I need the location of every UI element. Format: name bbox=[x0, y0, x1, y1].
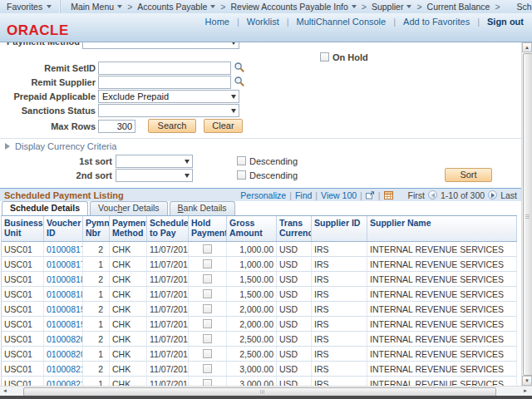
hold-payment-checkbox[interactable] bbox=[203, 334, 212, 343]
scroll-down-arrow[interactable]: ▼ bbox=[522, 376, 532, 386]
table-row: USC01010008191CHK11/07/20142,000.00USDIR… bbox=[2, 317, 517, 332]
breadcrumb-item-supplier[interactable]: Supplier bbox=[372, 2, 412, 12]
find-link[interactable]: Find bbox=[295, 190, 312, 200]
column-header-payment-method: Payment Method bbox=[110, 216, 147, 241]
payment-method-select[interactable] bbox=[82, 42, 239, 49]
first-sort-select[interactable] bbox=[116, 155, 193, 168]
personalize-link[interactable]: Personalize bbox=[240, 190, 286, 200]
on-hold-label: On Hold bbox=[332, 52, 368, 62]
on-hold-checkbox[interactable] bbox=[320, 52, 329, 62]
vertical-scrollbar[interactable]: ▲ ▼ bbox=[521, 42, 532, 386]
cell-scheduled: 11/07/2014 bbox=[147, 302, 189, 316]
download-grid-icon[interactable] bbox=[384, 191, 393, 200]
voucher-id-link[interactable]: 01000820 bbox=[47, 334, 83, 344]
cell-voucher: 01000821 bbox=[44, 377, 83, 386]
display-currency-criteria-expander[interactable]: Display Currency Criteria bbox=[5, 141, 116, 151]
cell-supplier-name: INTERNAL REVENUE SERVICES bbox=[367, 242, 517, 256]
hold-payment-checkbox[interactable] bbox=[203, 304, 212, 313]
view-100-link[interactable]: View 100 bbox=[321, 190, 357, 200]
breadcrumb-separator: > bbox=[362, 2, 367, 12]
voucher-id-link[interactable]: 01000817 bbox=[47, 244, 83, 254]
breadcrumb-item-main-menu[interactable]: Main Menu bbox=[71, 2, 122, 12]
horizontal-scrollbar[interactable]: ◄ ► bbox=[0, 386, 532, 396]
hold-payment-checkbox[interactable] bbox=[203, 364, 212, 373]
grid-header-row: Business UnitVoucher IDPymnt NbrPayment … bbox=[2, 216, 517, 242]
separator: | bbox=[289, 190, 292, 200]
header-link-home[interactable]: Home bbox=[205, 17, 229, 27]
cell-supplier-name: INTERNAL REVENUE SERVICES bbox=[367, 302, 517, 316]
cell-supplier-name: INTERNAL REVENUE SERVICES bbox=[367, 287, 517, 301]
breadcrumb-item-review-accounts-payable-info[interactable]: Review Accounts Payable Info bbox=[230, 2, 356, 12]
clear-button[interactable]: Clear bbox=[204, 119, 243, 133]
breadcrumb: Favorites Main Menu>Accounts Payable>Rev… bbox=[0, 0, 532, 14]
sign-out-link[interactable]: Sign out bbox=[487, 17, 524, 27]
voucher-id-link[interactable]: 01000819 bbox=[47, 319, 83, 329]
header-link-worklist[interactable]: Worklist bbox=[247, 17, 279, 27]
header-link-add-to-favorites[interactable]: Add to Favorites bbox=[403, 17, 470, 27]
hold-payment-checkbox[interactable] bbox=[203, 259, 212, 268]
next-page-icon[interactable] bbox=[488, 190, 497, 200]
second-sort-select[interactable] bbox=[116, 169, 193, 182]
breadcrumb-item-current-balance[interactable]: Current Balance bbox=[427, 2, 490, 12]
hold-payment-checkbox[interactable] bbox=[203, 274, 212, 283]
table-row: USC01010008171CHK11/07/20141,000.00USDIR… bbox=[2, 257, 517, 272]
sanctions-status-select[interactable] bbox=[98, 104, 239, 117]
sort-button[interactable]: Sort bbox=[445, 168, 492, 182]
cell-supplier-id: IRS bbox=[312, 332, 367, 346]
column-header-supplier-id: Supplier ID bbox=[312, 216, 367, 241]
chevron-down-icon bbox=[47, 5, 52, 8]
cell-voucher: 01000820 bbox=[44, 347, 83, 361]
cell-gross: 1,500.00 bbox=[227, 287, 277, 301]
hold-payment-checkbox[interactable] bbox=[203, 289, 212, 298]
breadcrumb-trail: Main Menu>Accounts Payable>Review Accoun… bbox=[61, 2, 532, 12]
scroll-right-arrow[interactable]: ► bbox=[520, 387, 530, 396]
breadcrumb-item-scheduled-payment[interactable]: Scheduled Payment bbox=[517, 2, 532, 12]
last-page-link[interactable]: Last bbox=[500, 190, 517, 200]
hold-payment-checkbox[interactable] bbox=[203, 349, 212, 358]
cell-scheduled: 11/07/2014 bbox=[147, 287, 189, 301]
search-button[interactable]: Search bbox=[148, 119, 196, 133]
breadcrumb-item-accounts-payable[interactable]: Accounts Payable bbox=[137, 2, 215, 12]
table-row: USC01010008201CHK11/07/20142,500.00USDIR… bbox=[2, 347, 517, 362]
remit-setid-input[interactable] bbox=[98, 62, 231, 75]
prepaid-applicable-select[interactable]: Exclude Prepaid bbox=[98, 90, 239, 103]
tab-voucher-details[interactable]: Voucher Details bbox=[90, 201, 168, 215]
cell-currency: USD bbox=[277, 377, 312, 386]
cell-hold bbox=[189, 377, 227, 386]
cell-gross: 3,000.00 bbox=[227, 377, 277, 386]
hold-payment-checkbox[interactable] bbox=[203, 319, 212, 328]
lookup-magnifier-icon[interactable] bbox=[234, 76, 245, 91]
hold-payment-checkbox[interactable] bbox=[203, 379, 212, 386]
cell-supplier-id: IRS bbox=[312, 317, 367, 331]
voucher-id-link[interactable]: 01000818 bbox=[47, 289, 83, 299]
cell-currency: USD bbox=[277, 347, 312, 361]
voucher-id-link[interactable]: 01000817 bbox=[47, 259, 83, 269]
header-links: Home|Worklist|MultiChannel Console|Add t… bbox=[205, 17, 524, 27]
zoom-popup-icon[interactable] bbox=[366, 191, 375, 200]
scroll-up-arrow[interactable]: ▲ bbox=[522, 42, 532, 52]
cell-currency: USD bbox=[277, 332, 312, 346]
voucher-id-link[interactable]: 01000821 bbox=[47, 364, 83, 374]
scroll-left-arrow[interactable]: ◄ bbox=[0, 387, 10, 396]
voucher-id-link[interactable]: 01000820 bbox=[47, 349, 83, 359]
hold-payment-checkbox[interactable] bbox=[203, 244, 212, 254]
favorites-menu[interactable]: Favorites bbox=[0, 0, 61, 13]
max-rows-input[interactable] bbox=[98, 120, 135, 133]
vertical-scrollbar-thumb[interactable] bbox=[523, 53, 532, 376]
descending1-checkbox[interactable] bbox=[237, 156, 246, 165]
header-link-multichannel-console[interactable]: MultiChannel Console bbox=[297, 17, 387, 27]
remit-supplier-input[interactable] bbox=[98, 76, 231, 89]
tab-schedule-details[interactable]: Schedule Details bbox=[2, 201, 88, 215]
cell-method: CHK bbox=[110, 272, 147, 286]
peoplesoft-window: Favorites Main Menu>Accounts Payable>Rev… bbox=[0, 0, 532, 399]
previous-page-icon[interactable] bbox=[428, 190, 437, 200]
chevron-down-icon bbox=[185, 160, 190, 164]
tab-bank-details[interactable]: Bank Details bbox=[170, 201, 235, 215]
voucher-id-link[interactable]: 01000818 bbox=[47, 274, 83, 284]
lookup-magnifier-icon[interactable] bbox=[234, 62, 245, 76]
first-page-link[interactable]: First bbox=[408, 190, 425, 200]
descending2-checkbox[interactable] bbox=[237, 170, 246, 180]
voucher-id-link[interactable]: 01000821 bbox=[47, 379, 83, 387]
separator: | bbox=[378, 190, 381, 200]
voucher-id-link[interactable]: 01000819 bbox=[47, 304, 83, 314]
